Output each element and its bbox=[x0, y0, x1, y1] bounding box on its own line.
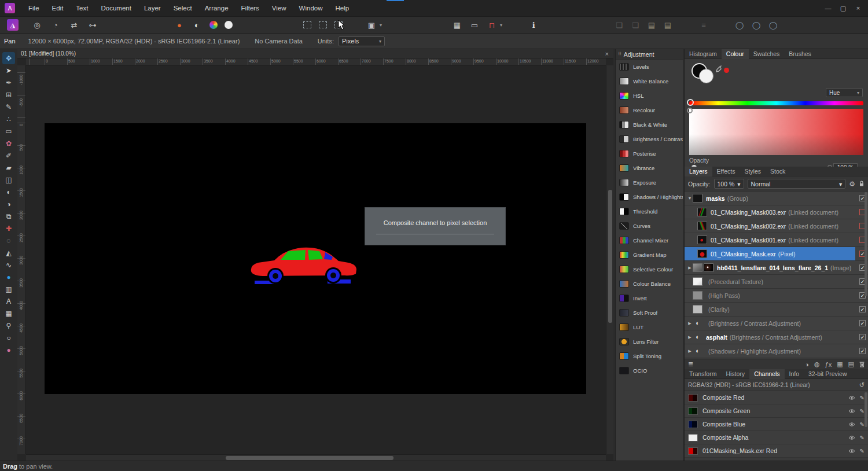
channels-scrollbar[interactable] bbox=[865, 392, 867, 427]
horizontal-scrollbar-track[interactable] bbox=[26, 454, 606, 461]
zoom-tool[interactable]: ⚲ bbox=[2, 319, 15, 332]
layer-visibility-checkbox[interactable]: ✓ bbox=[859, 334, 866, 340]
affinity-photo-logo[interactable]: ◮ bbox=[7, 19, 19, 31]
tab-layers[interactable]: Layers bbox=[685, 167, 712, 176]
layer-visibility-checkbox[interactable]: ✓ bbox=[859, 348, 866, 354]
tab-histogram[interactable]: Histogram bbox=[685, 49, 722, 59]
tab-effects[interactable]: Effects bbox=[712, 167, 740, 176]
layers-scrollbar[interactable] bbox=[865, 192, 867, 296]
soft-proof-tool[interactable]: ○ bbox=[2, 332, 15, 344]
layer-effects-icon[interactable]: ƒx bbox=[825, 361, 832, 368]
menu-item[interactable]: Arrange bbox=[198, 0, 235, 16]
layer-expand-arrow[interactable]: ▼ bbox=[687, 196, 693, 200]
smudge-brush-tool[interactable]: ∿ bbox=[2, 259, 15, 271]
format-white-icon[interactable] bbox=[225, 21, 233, 29]
layer-row[interactable]: ▶ hb0411_lensflare_014_lens_flare_26_1 (… bbox=[685, 261, 868, 275]
layer-thumbnail[interactable] bbox=[693, 291, 703, 300]
vertical-ruler[interactable]: -1000-5000500100015002000250030003500400… bbox=[17, 65, 26, 454]
colour-mode-select[interactable]: Hue ▾ bbox=[826, 88, 863, 97]
layer-row[interactable]: 01_CMasking_Mask.exr (Pixel) ✓ bbox=[685, 247, 868, 261]
channel-row[interactable]: Composite Alpha ✎ bbox=[685, 431, 868, 444]
channel-row[interactable]: Composite Red ✎ bbox=[685, 391, 868, 404]
layer-thumbnail[interactable] bbox=[697, 208, 707, 216]
clone-brush-tool[interactable]: ⧉ bbox=[2, 210, 15, 222]
adjustment-item[interactable]: Posterise bbox=[616, 146, 683, 161]
adjustment-item[interactable]: Split Toning bbox=[616, 349, 683, 363]
marquee-add-icon[interactable] bbox=[319, 21, 327, 28]
tab-info[interactable]: Info bbox=[785, 369, 804, 379]
view-circle2-icon[interactable]: ◯ bbox=[751, 19, 762, 31]
sharpen-brush-tool[interactable]: ◭ bbox=[2, 246, 15, 259]
text-tool[interactable]: A bbox=[2, 295, 15, 307]
layer-row[interactable]: 01_CMasking_Mask001.exr (Linked document… bbox=[685, 233, 868, 247]
eyedropper-icon[interactable] bbox=[716, 65, 722, 72]
tab-transform[interactable]: Transform bbox=[685, 369, 721, 379]
current-colour-swatch[interactable] bbox=[724, 68, 729, 73]
grid-icon[interactable]: ▦ bbox=[451, 19, 463, 31]
eye-icon[interactable] bbox=[848, 409, 855, 414]
vertical-scrollbar[interactable] bbox=[608, 190, 612, 323]
eye-icon[interactable] bbox=[848, 448, 855, 454]
adjustment-item[interactable]: Gradient Map bbox=[616, 248, 683, 262]
tab-styles[interactable]: Styles bbox=[740, 167, 766, 176]
close-button[interactable]: × bbox=[851, 0, 866, 16]
menu-item[interactable]: Help bbox=[329, 0, 355, 16]
healing-brush-tool[interactable]: ✚ bbox=[2, 222, 15, 234]
mesh-warp-tool[interactable]: ▦ bbox=[2, 307, 15, 319]
layer-expand-arrow[interactable]: ▶ bbox=[687, 266, 693, 270]
adjustment-item[interactable]: Vibrance bbox=[616, 161, 683, 175]
layer-thumbnail[interactable]: ◐ bbox=[693, 319, 703, 328]
channel-row[interactable]: Composite Blue ✎ bbox=[685, 418, 868, 431]
layer-thumbnail[interactable]: ◐ bbox=[693, 347, 703, 355]
vertical-scrollbar-track[interactable] bbox=[606, 65, 613, 454]
view-circle1-icon[interactable]: ◯ bbox=[734, 19, 745, 31]
saturation-box[interactable] bbox=[689, 109, 863, 155]
view-pan-tool[interactable]: ✥ bbox=[2, 52, 15, 64]
dodge-brush-tool[interactable]: ◐ bbox=[2, 186, 15, 198]
layer-thumbnail-2[interactable] bbox=[704, 263, 713, 272]
format-orange-icon[interactable]: ● bbox=[174, 19, 185, 31]
burn-brush-tool[interactable]: ◑ bbox=[2, 198, 15, 210]
ruler-icon[interactable]: ▭ bbox=[469, 19, 480, 31]
layer-thumbnail[interactable] bbox=[693, 277, 703, 286]
flood-select-tool[interactable]: ∴ bbox=[2, 113, 15, 125]
marquee-select-tool[interactable]: ▭ bbox=[2, 125, 15, 137]
pencil-icon[interactable]: ✎ bbox=[860, 408, 865, 414]
ungroup-layers-icon[interactable]: ▤ bbox=[662, 19, 674, 31]
layer-expand-arrow[interactable]: ▶ bbox=[687, 321, 693, 326]
horizontal-ruler[interactable]: 0500100015002000250030003500400045005000… bbox=[26, 58, 606, 65]
menu-item[interactable]: File bbox=[22, 0, 46, 16]
align-icon[interactable]: ≡ bbox=[698, 19, 709, 31]
layer-row[interactable]: (High Pass) ✓ bbox=[685, 289, 868, 303]
maximize-button[interactable]: ▢ bbox=[836, 0, 851, 16]
new-group-icon[interactable]: ▤ bbox=[848, 360, 854, 368]
pencil-icon[interactable]: ✎ bbox=[860, 395, 865, 401]
assistant-magnet-icon[interactable]: ⊓ bbox=[486, 19, 498, 31]
layer-thumbnail[interactable] bbox=[693, 194, 703, 203]
selection-brush-tool[interactable]: ✎ bbox=[2, 101, 15, 113]
eye-icon[interactable] bbox=[848, 422, 855, 427]
erase-brush-tool[interactable]: ◫ bbox=[2, 174, 15, 186]
edit-all-layers-icon[interactable]: ≣ bbox=[688, 360, 693, 368]
hue-slider-knob[interactable] bbox=[687, 99, 694, 106]
adjustment-item[interactable]: Exposure bbox=[616, 175, 683, 190]
snapping-icon[interactable]: ▣ bbox=[366, 19, 377, 31]
layer-thumbnail[interactable]: ◐ bbox=[693, 333, 703, 341]
new-live-filter-icon[interactable]: ◍ bbox=[814, 360, 820, 368]
snapping-caret-icon[interactable]: ▾ bbox=[378, 19, 383, 31]
menu-item[interactable]: Window bbox=[293, 0, 329, 16]
close-document-icon[interactable]: × bbox=[605, 49, 609, 58]
target-icon[interactable]: ◎ bbox=[31, 19, 43, 31]
layer-row[interactable]: ▶ ◐ asphalt (Brightness / Contrast Adjus… bbox=[685, 330, 868, 344]
units-select[interactable]: Pixels ▾ bbox=[339, 36, 385, 46]
group-layers-icon[interactable]: ▤ bbox=[646, 19, 657, 31]
adjustment-item[interactable]: HSL bbox=[616, 89, 683, 103]
menu-item[interactable]: Text bbox=[69, 0, 94, 16]
tab-history[interactable]: History bbox=[721, 369, 749, 379]
new-mask-icon[interactable]: ▦ bbox=[837, 360, 843, 368]
eye-icon[interactable] bbox=[848, 435, 855, 440]
blend-mode-select[interactable]: Normal ▾ bbox=[748, 179, 846, 189]
menu-item[interactable]: Edit bbox=[46, 0, 70, 16]
format-rgb-icon[interactable] bbox=[209, 21, 218, 29]
adjustment-item[interactable]: Levels bbox=[616, 60, 683, 74]
